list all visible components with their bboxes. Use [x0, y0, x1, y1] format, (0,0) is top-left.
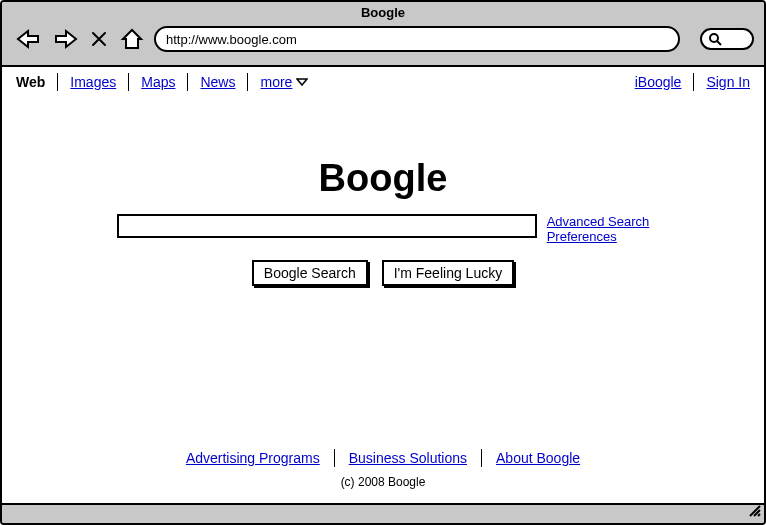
- back-button[interactable]: [12, 25, 44, 53]
- search-button[interactable]: Boogle Search: [252, 260, 368, 286]
- copyright-text: (c) 2008 Boogle: [2, 475, 764, 489]
- address-bar[interactable]: http://www.boogle.com: [154, 26, 680, 52]
- browser-chrome: Boogle http://www.boogle.com: [2, 2, 764, 67]
- separator: [128, 73, 129, 91]
- forward-button[interactable]: [50, 25, 82, 53]
- tab-web[interactable]: Web: [12, 74, 49, 90]
- resize-grip-icon[interactable]: [747, 503, 761, 521]
- svg-point-0: [710, 34, 718, 42]
- browser-search-button[interactable]: [700, 28, 754, 50]
- link-iboogle[interactable]: iBoogle: [631, 74, 686, 90]
- link-signin[interactable]: Sign In: [702, 74, 754, 90]
- separator: [247, 73, 248, 91]
- link-preferences[interactable]: Preferences: [547, 229, 650, 244]
- link-business[interactable]: Business Solutions: [341, 450, 475, 466]
- lucky-button[interactable]: I'm Feeling Lucky: [382, 260, 515, 286]
- tab-maps[interactable]: Maps: [137, 74, 179, 90]
- main-content: Boogle Advanced Search Preferences Boogl…: [2, 97, 764, 286]
- separator: [187, 73, 188, 91]
- tab-images[interactable]: Images: [66, 74, 120, 90]
- link-advertising[interactable]: Advertising Programs: [178, 450, 328, 466]
- home-button[interactable]: [116, 25, 148, 53]
- chevron-down-icon: [296, 74, 308, 90]
- tab-more[interactable]: more: [256, 74, 312, 90]
- status-bar: [2, 503, 764, 523]
- stop-button[interactable]: [88, 25, 110, 53]
- link-about[interactable]: About Boogle: [488, 450, 588, 466]
- url-text: http://www.boogle.com: [166, 32, 297, 47]
- brand-logo: Boogle: [2, 157, 764, 200]
- separator: [334, 449, 335, 467]
- footer-links: Advertising Programs Business Solutions …: [2, 449, 764, 467]
- toolbar: http://www.boogle.com: [2, 23, 764, 55]
- tab-news[interactable]: News: [196, 74, 239, 90]
- top-nav: Web Images Maps News more iBoogle Sign I…: [2, 67, 764, 97]
- link-advanced-search[interactable]: Advanced Search: [547, 214, 650, 229]
- search-input[interactable]: [117, 214, 537, 238]
- separator: [57, 73, 58, 91]
- window-title: Boogle: [2, 2, 764, 23]
- separator: [693, 73, 694, 91]
- separator: [481, 449, 482, 467]
